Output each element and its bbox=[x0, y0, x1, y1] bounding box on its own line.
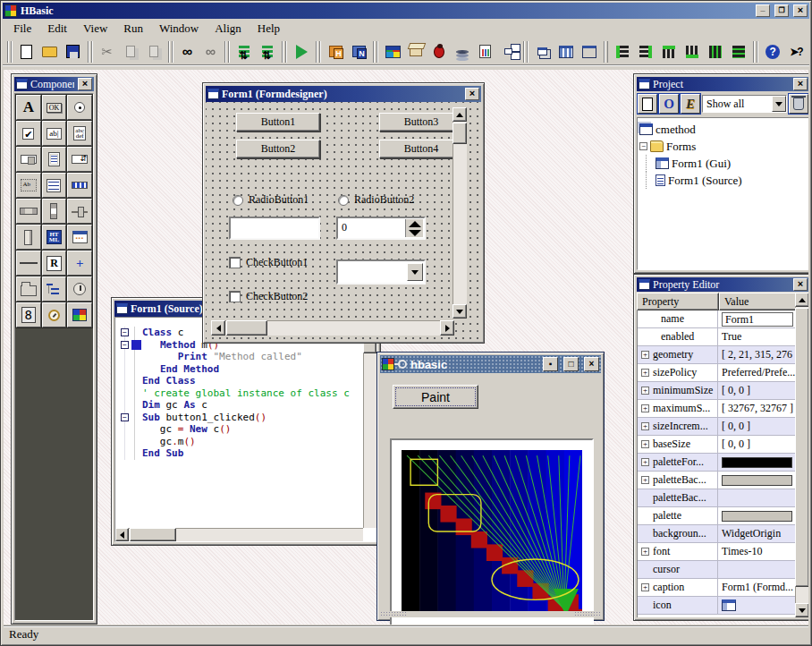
align-top-button[interactable] bbox=[657, 40, 681, 64]
line-button[interactable] bbox=[16, 251, 41, 276]
menu-item-edit[interactable]: Edit bbox=[40, 20, 74, 38]
code-editor[interactable]: −Class c− Method m() Print "Method calle… bbox=[115, 318, 363, 528]
richtext-button[interactable]: R bbox=[42, 251, 67, 276]
form-editor-button[interactable] bbox=[381, 40, 404, 64]
menu-item-help[interactable]: Help bbox=[250, 20, 287, 38]
property-scrollbar[interactable] bbox=[795, 293, 808, 617]
project-close-button[interactable] bbox=[793, 78, 808, 90]
layout-button[interactable]: + bbox=[67, 251, 92, 276]
dial-button[interactable] bbox=[67, 276, 92, 302]
run-native-button[interactable] bbox=[347, 40, 370, 64]
project-edit-button[interactable]: E bbox=[681, 94, 700, 114]
fold-marker[interactable]: − bbox=[121, 413, 129, 421]
component-window-button[interactable] bbox=[554, 40, 578, 64]
tree-expander[interactable]: − bbox=[639, 142, 647, 150]
form-radiobutton2[interactable]: RadioButton2 bbox=[338, 193, 414, 207]
expand-icon[interactable]: + bbox=[641, 369, 649, 377]
slider-button[interactable] bbox=[67, 199, 92, 224]
expand-icon[interactable]: + bbox=[641, 548, 649, 556]
vscroll-thumb[interactable] bbox=[453, 123, 467, 144]
property-value-cell[interactable]: [ 32767, 32767 ] bbox=[718, 400, 795, 417]
timer-button[interactable] bbox=[42, 302, 67, 327]
report-button[interactable] bbox=[474, 40, 497, 64]
form-button4[interactable]: Button4 bbox=[379, 140, 463, 158]
paint-area[interactable] bbox=[390, 438, 594, 625]
textedit-button[interactable]: abc def bbox=[67, 121, 92, 146]
new-file-button[interactable] bbox=[15, 40, 38, 64]
property-row[interactable]: +baseSize[ 0, 0 ] bbox=[638, 436, 795, 454]
property-value-cell[interactable]: Form1 (Formd... bbox=[718, 579, 795, 596]
find-button[interactable] bbox=[176, 40, 199, 64]
form-vscrollbar[interactable] bbox=[453, 107, 467, 319]
property-scroll-up-button[interactable] bbox=[795, 293, 808, 307]
cascade-windows-button[interactable] bbox=[531, 40, 554, 64]
vscroll-down-button[interactable] bbox=[453, 304, 467, 319]
runtime-close-button[interactable]: × bbox=[584, 357, 599, 371]
debug-button[interactable] bbox=[427, 40, 451, 64]
property-value-cell[interactable] bbox=[718, 561, 795, 578]
database-button[interactable] bbox=[451, 40, 474, 64]
property-value-cell[interactable] bbox=[718, 454, 795, 471]
form-button2[interactable]: Button2 bbox=[236, 140, 320, 158]
tree-item[interactable]: Form1 (Source) bbox=[639, 172, 807, 189]
property-window-button[interactable] bbox=[578, 40, 601, 64]
expand-icon[interactable]: + bbox=[641, 422, 649, 430]
combo-dropdown-button[interactable] bbox=[407, 263, 423, 281]
property-row[interactable]: +geometry[ 2, 21, 315, 276 ] bbox=[638, 346, 795, 364]
form-button1[interactable]: Button1 bbox=[236, 113, 320, 132]
source-hscroll-left-button[interactable] bbox=[115, 528, 129, 541]
package-button[interactable] bbox=[404, 40, 427, 64]
paint-button[interactable]: Paint bbox=[393, 385, 478, 409]
help-button[interactable] bbox=[761, 40, 784, 64]
expand-icon[interactable]: + bbox=[641, 458, 649, 466]
property-value-cell[interactable] bbox=[718, 489, 795, 506]
project-objects-button[interactable]: O bbox=[659, 94, 679, 114]
property-value-cell[interactable]: True bbox=[718, 328, 795, 345]
property-value-cell[interactable]: [ 2, 21, 315, 276 ] bbox=[718, 346, 795, 363]
property-value-editor[interactable]: Form1 bbox=[722, 312, 793, 327]
property-row[interactable]: +paletteFor... bbox=[638, 454, 795, 472]
source-vscrollbar[interactable] bbox=[363, 318, 376, 528]
lineedit-button[interactable]: ab| bbox=[42, 121, 67, 146]
form-textfield[interactable] bbox=[229, 217, 320, 240]
expand-icon[interactable]: + bbox=[641, 476, 649, 484]
filter-dropdown-button[interactable] bbox=[772, 96, 786, 112]
property-row[interactable]: +paletteBac... bbox=[638, 472, 795, 489]
property-row[interactable]: +captionForm1 (Formd... bbox=[638, 579, 795, 597]
window-diagram-button[interactable] bbox=[497, 40, 520, 64]
menu-item-file[interactable]: File bbox=[6, 20, 38, 38]
image-button[interactable] bbox=[67, 302, 92, 327]
property-row[interactable]: cursor bbox=[638, 561, 795, 579]
property-row[interactable]: palette bbox=[638, 507, 795, 525]
save-button[interactable] bbox=[62, 40, 85, 64]
same-height-button[interactable] bbox=[727, 40, 750, 64]
property-row[interactable]: enabledTrue bbox=[638, 328, 795, 346]
property-row[interactable]: icon bbox=[638, 597, 795, 615]
runtime-minimize-button[interactable]: ▪ bbox=[543, 357, 558, 371]
property-value-cell[interactable]: [ 0, 0 ] bbox=[718, 418, 795, 435]
source-hscroll-thumb[interactable] bbox=[130, 528, 176, 541]
property-row[interactable]: backgroun...WidgetOrigin bbox=[638, 525, 795, 543]
property-value-cell[interactable] bbox=[718, 507, 795, 524]
project-new-button[interactable] bbox=[638, 94, 657, 114]
property-row[interactable]: +maximumS...[ 32767, 32767 ] bbox=[638, 400, 795, 418]
checkbox-button[interactable]: ✔ bbox=[16, 121, 41, 146]
property-value-cell[interactable] bbox=[718, 597, 795, 614]
treeview-button[interactable] bbox=[42, 276, 67, 302]
form-combobox[interactable] bbox=[336, 259, 426, 285]
move-item-down-button[interactable] bbox=[256, 40, 279, 64]
property-value-cell[interactable]: [ 0, 0 ] bbox=[718, 436, 795, 453]
hscroll-right-button[interactable] bbox=[440, 320, 454, 336]
listbox-button[interactable] bbox=[42, 147, 67, 172]
radiobutton-button[interactable] bbox=[67, 95, 92, 120]
progressbar-button[interactable] bbox=[67, 173, 92, 198]
property-value-cell[interactable]: Times-10 bbox=[718, 543, 795, 560]
property-value-cell[interactable]: [ 0, 0 ] bbox=[718, 382, 795, 399]
restore-button[interactable] bbox=[774, 4, 789, 17]
listview-button[interactable] bbox=[42, 173, 67, 198]
property-value-cell[interactable]: WidgetOrigin bbox=[718, 525, 795, 542]
tabwidget-button[interactable] bbox=[16, 276, 41, 302]
property-value-cell[interactable]: Form1 bbox=[718, 310, 795, 327]
expand-icon[interactable]: + bbox=[641, 404, 649, 412]
spinbox-arrows[interactable] bbox=[405, 219, 423, 237]
